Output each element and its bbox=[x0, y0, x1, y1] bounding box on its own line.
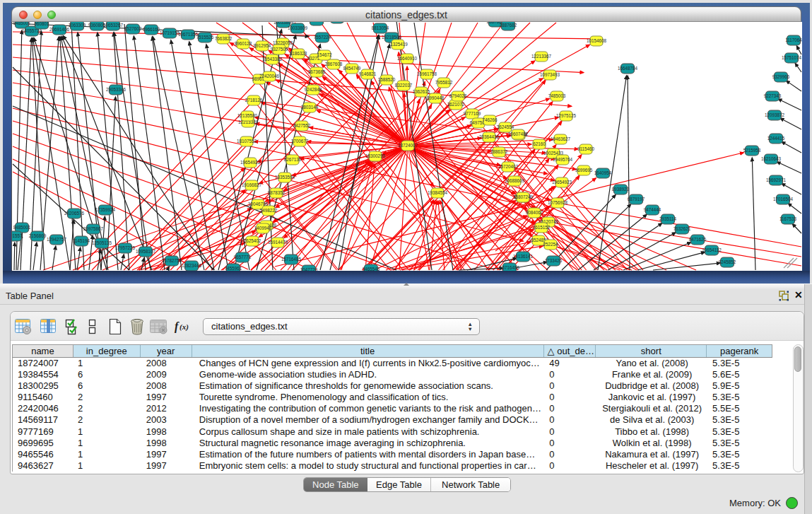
svg-text:1700677: 1700677 bbox=[291, 139, 309, 144]
svg-text:12213367: 12213367 bbox=[531, 54, 552, 59]
svg-text:9465546: 9465546 bbox=[363, 267, 380, 271]
svg-text:20206576: 20206576 bbox=[64, 211, 85, 216]
svg-text:14136141: 14136141 bbox=[513, 254, 534, 259]
svg-text:9245852: 9245852 bbox=[719, 259, 736, 264]
svg-text:(x): (x) bbox=[180, 322, 189, 332]
svg-text:3673685: 3673685 bbox=[308, 69, 326, 74]
svg-text:17016504: 17016504 bbox=[773, 197, 794, 201]
svg-text:18724007: 18724007 bbox=[398, 143, 418, 148]
svg-text:15716485: 15716485 bbox=[281, 257, 302, 262]
svg-text:11325419: 11325419 bbox=[388, 42, 408, 47]
svg-text:2718126: 2718126 bbox=[245, 98, 263, 103]
svg-text:8990448: 8990448 bbox=[427, 95, 445, 100]
svg-text:16210643: 16210643 bbox=[761, 156, 782, 161]
svg-text:8813054: 8813054 bbox=[372, 25, 389, 30]
svg-text:15692971: 15692971 bbox=[766, 177, 787, 182]
svg-text:f: f bbox=[175, 320, 180, 333]
svg-text:1244415: 1244415 bbox=[767, 136, 785, 141]
svg-text:9242848: 9242848 bbox=[305, 87, 322, 92]
svg-text:1733426: 1733426 bbox=[545, 258, 563, 263]
svg-text:391557: 391557 bbox=[12, 233, 23, 238]
svg-text:20691406: 20691406 bbox=[49, 27, 70, 32]
svg-text:9146821: 9146821 bbox=[359, 71, 377, 76]
svg-text:10973493: 10973493 bbox=[540, 72, 560, 77]
svg-text:6794028: 6794028 bbox=[449, 93, 467, 98]
svg-text:17957225: 17957225 bbox=[115, 245, 136, 250]
svg-text:9474444: 9474444 bbox=[644, 207, 661, 212]
svg-text:960801: 960801 bbox=[34, 22, 49, 26]
svg-text:19218506: 19218506 bbox=[382, 35, 402, 40]
svg-text:9227343: 9227343 bbox=[764, 93, 782, 98]
svg-text:19166827: 19166827 bbox=[242, 182, 262, 187]
svg-text:1621072: 1621072 bbox=[447, 102, 465, 107]
svg-text:12942757: 12942757 bbox=[47, 237, 67, 242]
svg-text:10654112: 10654112 bbox=[702, 247, 722, 252]
svg-text:29053346: 29053346 bbox=[106, 87, 126, 92]
svg-text:16640910: 16640910 bbox=[397, 56, 418, 61]
svg-text:17359924: 17359924 bbox=[95, 207, 116, 212]
svg-text:8878352: 8878352 bbox=[268, 190, 286, 195]
svg-text:9329966: 9329966 bbox=[772, 74, 790, 79]
svg-text:8186328: 8186328 bbox=[290, 51, 307, 56]
svg-text:10719155: 10719155 bbox=[160, 30, 180, 35]
svg-text:15720407: 15720407 bbox=[498, 164, 519, 169]
svg-text:2935114: 2935114 bbox=[659, 216, 677, 221]
svg-text:6966160: 6966160 bbox=[143, 27, 160, 32]
svg-text:2867608: 2867608 bbox=[325, 62, 343, 66]
svg-text:7485003: 7485003 bbox=[548, 93, 566, 98]
svg-text:9777169: 9777169 bbox=[464, 111, 481, 116]
svg-text:5215958: 5215958 bbox=[743, 148, 761, 153]
svg-text:3624554: 3624554 bbox=[497, 124, 514, 129]
svg-text:1362615: 1362615 bbox=[413, 89, 430, 94]
svg-text:18107552: 18107552 bbox=[237, 139, 257, 144]
svg-text:1409948: 1409948 bbox=[254, 226, 272, 230]
svg-text:19654923: 19654923 bbox=[552, 180, 572, 185]
svg-text:10958107: 10958107 bbox=[136, 249, 156, 254]
svg-text:16648784: 16648784 bbox=[618, 66, 638, 71]
svg-text:8267130: 8267130 bbox=[284, 157, 302, 162]
svg-text:12505135: 12505135 bbox=[92, 240, 112, 245]
svg-text:8960128: 8960128 bbox=[235, 41, 252, 46]
svg-text:8322037: 8322037 bbox=[395, 83, 413, 88]
svg-text:1047720: 1047720 bbox=[300, 267, 318, 271]
svg-text:9327509: 9327509 bbox=[271, 47, 288, 52]
svg-text:7632621: 7632621 bbox=[673, 226, 691, 231]
svg-text:19495764: 19495764 bbox=[553, 157, 573, 162]
svg-text:8813054: 8813054 bbox=[308, 22, 326, 23]
svg-text:19463627: 19463627 bbox=[551, 136, 571, 141]
svg-text:15716485: 15716485 bbox=[500, 265, 520, 270]
svg-text:20364436: 20364436 bbox=[479, 134, 500, 139]
svg-text:9455961: 9455961 bbox=[225, 266, 242, 271]
svg-text:1145194: 1145194 bbox=[73, 238, 90, 243]
svg-text:22420046: 22420046 bbox=[259, 74, 280, 78]
svg-text:10607487: 10607487 bbox=[508, 132, 529, 136]
svg-text:12135580: 12135580 bbox=[237, 113, 258, 118]
svg-text:8938923: 8938923 bbox=[612, 187, 630, 192]
svg-text:62160: 62160 bbox=[533, 141, 546, 146]
svg-text:1167533: 1167533 bbox=[779, 216, 797, 221]
svg-text:10033809: 10033809 bbox=[273, 22, 294, 25]
svg-text:7625402: 7625402 bbox=[244, 238, 261, 243]
svg-text:10154608: 10154608 bbox=[587, 38, 607, 43]
svg-text:19654923: 19654923 bbox=[240, 160, 261, 165]
svg-text:1615152: 1615152 bbox=[533, 225, 551, 230]
svg-text:18300295: 18300295 bbox=[365, 153, 386, 158]
svg-text:10756928: 10756928 bbox=[548, 200, 568, 205]
svg-text:6879197: 6879197 bbox=[628, 197, 645, 201]
svg-text:10033809: 10033809 bbox=[288, 25, 308, 30]
svg-text:7557224: 7557224 bbox=[314, 35, 331, 40]
svg-text:8427552: 8427552 bbox=[293, 123, 311, 128]
svg-text:746266: 746266 bbox=[482, 117, 498, 122]
svg-text:12823446: 12823446 bbox=[182, 263, 202, 268]
svg-text:2156869: 2156869 bbox=[29, 233, 47, 238]
svg-text:8485001: 8485001 bbox=[13, 22, 31, 25]
svg-text:1527602: 1527602 bbox=[124, 26, 142, 31]
svg-text:8485001: 8485001 bbox=[13, 225, 31, 230]
svg-text:15807249: 15807249 bbox=[513, 194, 534, 199]
svg-text:252254: 252254 bbox=[543, 242, 558, 247]
svg-text:9084067: 9084067 bbox=[526, 210, 543, 215]
svg-text:5498222: 5498222 bbox=[260, 208, 278, 213]
svg-text:7515526: 7515526 bbox=[196, 35, 214, 40]
svg-text:1588520: 1588520 bbox=[378, 77, 396, 82]
svg-text:2887682: 2887682 bbox=[500, 23, 517, 28]
